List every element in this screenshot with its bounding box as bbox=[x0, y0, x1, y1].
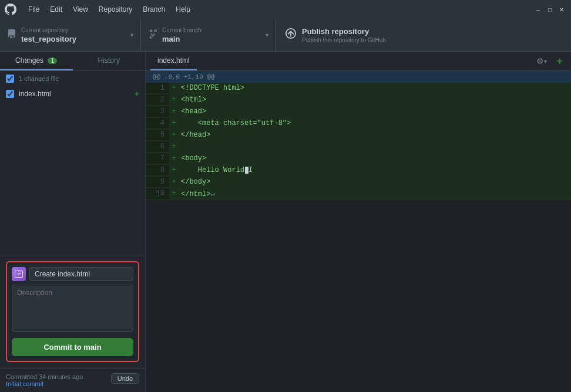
line-num-7: 7 bbox=[146, 153, 169, 164]
file-tabbar: index.html ⚙ ▾ + bbox=[146, 52, 571, 71]
menu-help[interactable]: Help bbox=[171, 3, 195, 16]
commit-title-input[interactable] bbox=[29, 267, 133, 281]
menu-file[interactable]: File bbox=[23, 3, 44, 16]
diff-content-2: <html> bbox=[179, 94, 209, 105]
line-num-2: 2 bbox=[146, 94, 169, 105]
line-num-8: 8 bbox=[146, 165, 169, 175]
commit-description-input[interactable] bbox=[12, 285, 133, 332]
file-item-index-html[interactable]: index.html + bbox=[0, 86, 145, 102]
minimize-button[interactable]: – bbox=[533, 5, 543, 14]
line-num-10: 10 bbox=[146, 188, 169, 199]
commit-button[interactable]: Commit to main bbox=[12, 338, 133, 356]
diff-panel: index.html ⚙ ▾ + @@ -0,0 +1,10 @@ 1 + <!… bbox=[146, 52, 571, 392]
diff-sign-2: + bbox=[169, 94, 179, 105]
diff-line-3: 3 + <head> bbox=[146, 106, 571, 118]
diff-line-6: 6 + bbox=[146, 141, 571, 153]
publish-sub: Publish this repository to GitHub bbox=[302, 37, 386, 43]
diff-content-7: <body> bbox=[179, 153, 209, 164]
repo-info: Current repository test_repository bbox=[21, 27, 76, 43]
window-controls: – □ ✕ bbox=[533, 5, 566, 14]
github-logo-icon bbox=[5, 4, 16, 15]
publish-icon bbox=[286, 28, 296, 42]
menu-view[interactable]: View bbox=[68, 3, 93, 16]
current-branch-button[interactable]: Current branch main ▾ bbox=[141, 19, 276, 51]
diff-sign-4: + bbox=[169, 118, 179, 129]
publish-label: Publish repository bbox=[302, 27, 386, 36]
menu-branch[interactable]: Branch bbox=[138, 3, 170, 16]
main-layout: Changes 1 History 1 changed file index.h… bbox=[0, 52, 571, 392]
line-num-1: 1 bbox=[146, 83, 169, 93]
menu-repository[interactable]: Repository bbox=[94, 3, 137, 16]
sidebar-spacer bbox=[0, 102, 145, 255]
diff-sign-7: + bbox=[169, 153, 179, 164]
diff-content-10: </html>↵ bbox=[179, 188, 217, 200]
file-name: index.html bbox=[19, 90, 130, 98]
diff-content-4: <meta charset="utf-8"> bbox=[179, 118, 293, 129]
tab-history-label: History bbox=[98, 56, 120, 65]
repo-dropdown-icon: ▾ bbox=[130, 32, 133, 38]
diff-sign-10: + bbox=[169, 188, 179, 199]
menu-edit[interactable]: Edit bbox=[45, 3, 67, 16]
diff-content-8: Hello WorldI bbox=[179, 165, 255, 175]
line-num-3: 3 bbox=[146, 106, 169, 117]
diff-hunk-header: @@ -0,0 +1,10 @@ bbox=[146, 71, 571, 83]
file-tab-index-html[interactable]: index.html bbox=[150, 52, 197, 70]
changes-badge: 1 bbox=[48, 58, 57, 64]
add-file-button[interactable]: + bbox=[553, 53, 566, 70]
line-num-4: 4 bbox=[146, 118, 169, 129]
branch-label: Current branch bbox=[162, 27, 201, 33]
file-added-icon: + bbox=[135, 89, 139, 99]
branch-icon bbox=[148, 29, 157, 41]
undo-button[interactable]: Undo bbox=[111, 373, 139, 384]
diff-sign-1: + bbox=[169, 83, 179, 93]
diff-line-4: 4 + <meta charset="utf-8"> bbox=[146, 118, 571, 130]
repo-label: Current repository bbox=[21, 27, 76, 33]
branch-info: Current branch main bbox=[162, 27, 201, 43]
menu-bar: File Edit View Repository Branch Help bbox=[23, 3, 195, 16]
diff-sign-5: + bbox=[169, 130, 179, 140]
changes-header: 1 changed file bbox=[0, 71, 145, 86]
file-checkbox[interactable] bbox=[6, 90, 14, 98]
file-tabbar-actions: ⚙ ▾ + bbox=[533, 53, 566, 70]
diff-line-2: 2 + <html> bbox=[146, 94, 571, 106]
commit-avatar bbox=[12, 267, 26, 281]
select-all-checkbox[interactable] bbox=[6, 75, 14, 83]
diff-content-3: <head> bbox=[179, 106, 209, 117]
close-button[interactable]: ✕ bbox=[557, 5, 566, 14]
diff-line-1: 1 + <!DOCTYPE html> bbox=[146, 83, 571, 94]
diff-content-6 bbox=[179, 141, 183, 144]
line-num-6: 6 bbox=[146, 141, 169, 152]
publish-info: Publish repository Publish this reposito… bbox=[302, 27, 386, 43]
diff-sign-9: + bbox=[169, 177, 179, 187]
sidebar-tabs: Changes 1 History bbox=[0, 52, 145, 71]
commit-form: Commit to main bbox=[6, 261, 139, 362]
maximize-button[interactable]: □ bbox=[545, 5, 555, 14]
settings-button[interactable]: ⚙ ▾ bbox=[533, 54, 550, 68]
cursor bbox=[245, 167, 248, 174]
diff-line-7: 7 + <body> bbox=[146, 153, 571, 165]
titlebar: File Edit View Repository Branch Help – … bbox=[0, 0, 571, 19]
line-num-5: 5 bbox=[146, 130, 169, 140]
sidebar: Changes 1 History 1 changed file index.h… bbox=[0, 52, 146, 392]
commit-area: Commit to main bbox=[0, 255, 145, 368]
diff-line-5: 5 + </head> bbox=[146, 130, 571, 141]
diff-line-10: 10 + </html>↵ bbox=[146, 188, 571, 200]
tab-changes[interactable]: Changes 1 bbox=[0, 52, 73, 70]
diff-content-9: </body> bbox=[179, 177, 213, 187]
current-repo-button[interactable]: Current repository test_repository ▾ bbox=[0, 19, 141, 51]
titlebar-left: File Edit View Repository Branch Help bbox=[5, 3, 195, 16]
diff-content-5: </head> bbox=[179, 130, 213, 140]
toolbar: Current repository test_repository ▾ Cur… bbox=[0, 19, 571, 52]
diff-content-1: <!DOCTYPE html> bbox=[179, 83, 247, 93]
diff-line-8: 8 + Hello WorldI bbox=[146, 165, 571, 177]
tab-history[interactable]: History bbox=[73, 52, 146, 70]
tab-changes-label: Changes bbox=[15, 56, 43, 65]
sidebar-footer: Undo Committed 34 minutes ago Initial co… bbox=[0, 368, 145, 392]
line-num-9: 9 bbox=[146, 177, 169, 187]
diff-sign-3: + bbox=[169, 106, 179, 117]
diff-sign-8: + bbox=[169, 165, 179, 175]
diff-content: @@ -0,0 +1,10 @@ 1 + <!DOCTYPE html> 2 +… bbox=[146, 71, 571, 392]
publish-button[interactable]: Publish repository Publish this reposito… bbox=[276, 19, 571, 51]
repo-name: test_repository bbox=[21, 35, 76, 43]
diff-line-9: 9 + </body> bbox=[146, 177, 571, 188]
